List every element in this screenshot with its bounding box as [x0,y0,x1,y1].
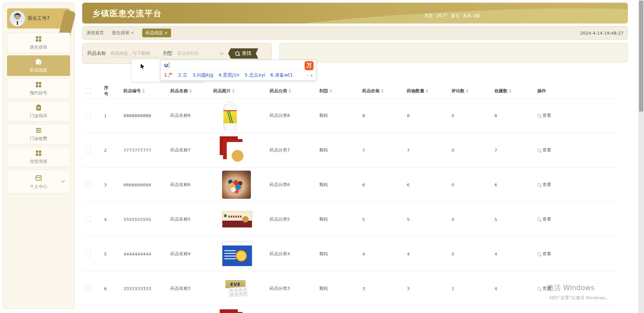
view-link[interactable]: 查看 [537,285,551,292]
sort-carets-icon[interactable] [189,89,192,93]
column-header[interactable]: 评论数 [448,84,491,98]
view-link[interactable]: 查看 [537,147,551,153]
table-row [82,306,619,313]
column-header[interactable]: 药品图片 [210,84,266,98]
column-header[interactable]: 药品价格 [359,84,404,98]
column-header-label: 序号 [104,85,109,97]
column-header-label: 药物数量 [407,88,424,94]
select-all-checkbox[interactable] [86,88,91,94]
row-checkbox[interactable] [86,113,91,118]
column-header[interactable]: 药品编号 [120,84,167,98]
drug-form: 颗粒 [319,147,328,152]
magnifier-icon [537,114,541,117]
sort-carets-icon[interactable] [426,89,428,93]
column-header[interactable]: 剂型 [316,84,359,98]
list-arrow-icon [35,127,42,134]
drug-form: 颗粒 [319,113,328,118]
magnifier-icon [537,148,541,152]
drug-image [222,171,251,199]
column-header[interactable]: 药物数量 [404,84,448,98]
dosage-form-select[interactable]: 请选择剂型 [176,49,224,58]
user-name: 医生工号7 [28,8,50,29]
sidebar-item-outpatient-record[interactable]: 门诊病历 [7,101,70,122]
sidebar-item-label: 药品信息 [30,67,47,73]
search-button[interactable]: 查找 [228,48,258,59]
sidebar-item-label: 门诊收费 [30,136,47,142]
sort-carets-icon[interactable] [232,89,235,93]
ime-prev-page[interactable]: ‹ [307,73,309,78]
sidebar: 医生工号7 医生排班 药品信息 预约挂号 [3,3,74,309]
drug-category: 药品分类5 [270,217,290,222]
sidebar-item-doctor-schedule[interactable]: 医生排班 [7,33,70,53]
favorite-count: 6 [494,182,497,187]
column-header[interactable]: 药品分类 [266,84,316,98]
sort-carets-icon[interactable] [466,89,469,93]
sidebar-item-appointment[interactable]: 预约挂号 [7,78,70,99]
vertical-scrollbar[interactable] [638,0,644,313]
view-link[interactable]: 查看 [537,113,551,119]
user-card: 医生工号7 [7,8,70,29]
sort-carets-icon[interactable] [288,89,291,93]
wallet-icon [35,58,42,65]
sidebar-item-outpatient-billing[interactable]: 门诊收费 [7,124,70,144]
drug-image [225,280,248,297]
favorite-count: 5 [494,217,497,222]
view-link-label: 查看 [542,182,551,188]
sidebar-item-personal-center[interactable]: 个人中心 [7,170,70,194]
ime-brand-icon[interactable]: 万 [305,61,314,70]
tab-label: 系统首页 [87,30,104,36]
ime-candidate[interactable]: 5.北京xyi [245,72,265,78]
ime-candidate[interactable]: 3.问题kjg [193,72,213,78]
search-icon [235,51,239,56]
view-link[interactable]: 查看 [537,251,551,257]
chevron-down-icon [219,50,224,55]
scrollbar-thumb[interactable] [639,1,643,111]
close-icon[interactable]: × [164,31,168,35]
drug-table: 序号药品编号药品名称药品图片药品分类剂型药品价格药物数量评论数收藏数操作 1 8… [82,84,619,313]
view-link[interactable]: 查看 [537,182,551,188]
column-header[interactable]: 收藏数 [491,84,534,98]
column-header: 操作 [534,84,619,98]
app-header: 乡镇医患交流平台 北京 16.7° 多云 东风 2级 个人信息 退出 [82,3,628,24]
ime-candidate[interactable]: 6.准备wt1 [270,72,293,78]
tab-drug-info[interactable]: 药品信息 × [142,29,171,37]
view-link-label: 查看 [542,147,551,153]
weather-condition: 多云 [451,13,460,19]
chevron-down-icon[interactable] [61,180,65,183]
avatar [10,11,25,26]
column-header[interactable]: 药品名称 [167,84,210,98]
column-header-label: 操作 [537,88,546,94]
tab-home[interactable]: 系统首页 [87,30,104,36]
drug-code: 3333333333 [123,286,151,291]
row-checkbox[interactable] [86,182,91,187]
drug-image [223,104,237,130]
table-row: 6 3333333333 药品名称3 药品分类3 颗粒 3 3 1 4 查看 [82,271,619,306]
grid-icon [35,81,42,88]
drug-code: 8888888888 [123,113,151,118]
view-link[interactable]: 查看 [537,216,551,222]
ime-candidate[interactable]: 2.立 [178,72,187,78]
page-title: 乡镇医患交流平台 [92,8,162,19]
drug-name-input[interactable] [110,49,159,57]
drug-code: 4444444444 [123,252,151,257]
sort-carets-icon[interactable] [509,89,512,93]
sort-carets-icon[interactable] [142,89,145,93]
ime-candidate[interactable]: 1.产 [164,72,173,78]
tab-doctor-schedule[interactable]: 医生排班 × [112,30,134,36]
select-placeholder: 请选择剂型 [177,50,199,56]
sort-carets-icon[interactable] [329,89,332,93]
ime-next-page[interactable]: › [311,73,313,78]
row-checkbox[interactable] [86,217,91,222]
sidebar-item-drug-info[interactable]: 药品信息 [7,55,70,76]
table-row: 5 4444444444 药品名称4 药品分类4 颗粒 4 4 0 4 查看 [82,237,619,271]
row-checkbox[interactable] [86,147,91,153]
drug-price: 8 [362,113,365,118]
weather-city: 北京 [424,13,433,19]
drug-category: 药品分类3 [270,286,290,291]
row-checkbox[interactable] [86,251,91,257]
close-icon[interactable]: × [131,31,134,35]
sort-carets-icon[interactable] [381,89,384,93]
row-checkbox[interactable] [86,286,91,291]
ime-candidate[interactable]: 4.意思j1n [218,72,239,78]
sidebar-item-hospitalization[interactable]: 住院安排 [7,147,70,167]
